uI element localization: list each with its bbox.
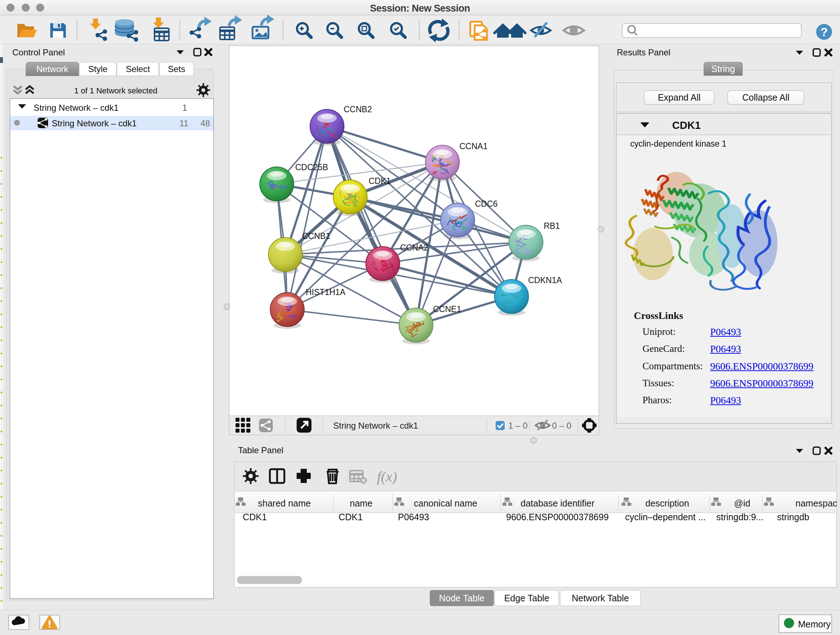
svg-text:CDKN1A: CDKN1A bbox=[528, 276, 562, 285]
svg-text:CCNB1: CCNB1 bbox=[302, 231, 330, 241]
svg-text:CDC6: CDC6 bbox=[475, 199, 498, 209]
svg-text:CCNE1: CCNE1 bbox=[433, 304, 461, 314]
svg-text:CDC25B: CDC25B bbox=[295, 163, 328, 172]
svg-text:CCNA2: CCNA2 bbox=[400, 243, 428, 252]
svg-text:CCNB2: CCNB2 bbox=[344, 105, 372, 114]
svg-text:RB1: RB1 bbox=[544, 221, 560, 231]
svg-text:HIST1H1A: HIST1H1A bbox=[306, 287, 346, 297]
svg-text:CDK1: CDK1 bbox=[369, 176, 391, 186]
svg-text:CCNA1: CCNA1 bbox=[459, 141, 488, 151]
